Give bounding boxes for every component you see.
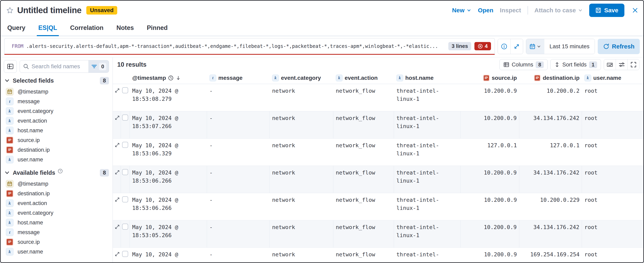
field-type-icon: t (6, 98, 14, 105)
inspect-button[interactable]: Inspect (500, 7, 521, 14)
field-type-icon: IP (6, 190, 14, 197)
row-checkbox[interactable] (122, 169, 128, 175)
tab-query[interactable]: Query (6, 20, 27, 36)
attach-to-case-button[interactable]: Attach to case (534, 7, 583, 14)
column-header-destination-ip[interactable]: IP destination.ip (519, 72, 582, 84)
save-button[interactable]: Save (589, 4, 624, 17)
close-icon[interactable] (632, 7, 638, 14)
cell-event-action: network_flow (333, 139, 394, 166)
sort-fields-button[interactable]: Sort fields 1 (550, 59, 601, 70)
cell-message: - (207, 139, 270, 166)
field-list-item[interactable]: IP destination.ip (4, 189, 109, 198)
column-header-event-category[interactable]: k event.category (270, 72, 333, 84)
column-header-timestamp[interactable]: @timestamp (130, 72, 207, 84)
chevron-down-icon (466, 8, 472, 13)
field-list-item[interactable]: k event.action (4, 198, 109, 208)
fullscreen-button[interactable] (628, 59, 639, 70)
field-list-item[interactable]: IP source.ip (4, 135, 109, 145)
expand-event-button[interactable] (114, 224, 120, 230)
clock-icon (168, 75, 174, 81)
field-list-item[interactable]: IP source.ip (4, 237, 109, 247)
tab-notes[interactable]: Notes (115, 20, 136, 36)
field-list-item[interactable]: k user.name (4, 155, 109, 164)
field-filter-button[interactable]: 0 (88, 60, 109, 72)
open-button-label: Open (478, 7, 494, 14)
fields-sidebar: 0 Selected fields 8 @timestamp t message… (0, 57, 113, 263)
filter-count-badge: 0 (99, 63, 106, 70)
column-header-event-action[interactable]: k event.action (333, 72, 394, 84)
query-info-button[interactable] (498, 39, 510, 54)
display-options-button[interactable] (616, 59, 628, 70)
attach-to-case-label: Attach to case (534, 7, 576, 14)
expand-event-button[interactable] (114, 142, 120, 148)
field-list-item[interactable]: k event.category (4, 208, 109, 218)
unsaved-badge: Unsaved (86, 6, 117, 14)
row-checkbox[interactable] (122, 115, 128, 121)
keyword-type-icon: k (336, 74, 342, 81)
field-list-item[interactable]: k host.name (4, 126, 109, 135)
field-list-item[interactable]: k user.name (4, 247, 109, 257)
row-checkbox[interactable] (122, 224, 128, 230)
new-button[interactable]: New (452, 7, 472, 14)
field-list-item[interactable]: k event.action (4, 116, 109, 126)
error-count-badge[interactable]: 4 (474, 42, 491, 50)
query-expand-button[interactable] (510, 39, 523, 54)
tab-correlation[interactable]: Correlation (68, 20, 105, 36)
cell-source-ip: 10.200.0.9 (461, 166, 519, 193)
open-button[interactable]: Open (478, 7, 494, 14)
chevron-down-icon (578, 8, 583, 13)
field-list-item[interactable]: t message (4, 97, 109, 106)
row-checkbox[interactable] (122, 196, 128, 202)
field-type-icon (6, 88, 14, 96)
selected-fields-header[interactable]: Selected fields 8 (4, 76, 109, 85)
keyboard-shortcuts-button[interactable] (604, 59, 616, 70)
column-label: host.name (405, 75, 434, 81)
column-header-host-name[interactable]: k host.name (394, 72, 461, 84)
ip-type-icon: IP (534, 74, 541, 81)
field-list-item[interactable]: k host.name (4, 218, 109, 228)
text-type-icon: t (210, 74, 216, 81)
field-type-icon: k (6, 107, 14, 115)
field-name: source.ip (18, 239, 40, 245)
expand-diagonal-icon (114, 251, 120, 257)
field-list-item[interactable]: IP destination.ip (4, 145, 109, 155)
refresh-button[interactable]: Refresh (598, 39, 640, 54)
cell-event-action: network_flow (333, 248, 394, 263)
expand-event-button[interactable] (114, 251, 120, 257)
esql-query-editor[interactable]: FROM .alerts-security.alerts-default,apm… (4, 38, 495, 55)
sort-desc-arrow-icon (176, 75, 181, 81)
column-header-source-ip[interactable]: IP source.ip (461, 72, 519, 84)
collapse-sidebar-button[interactable] (4, 60, 17, 73)
field-list-item[interactable]: @timestamp (4, 179, 109, 189)
date-picker-menu-button[interactable] (526, 39, 544, 54)
columns-button[interactable]: Columns 8 (500, 59, 548, 70)
results-panel: 10 results Columns 8 Sort fields 1 (113, 57, 644, 263)
column-header-message[interactable]: t message (207, 72, 270, 84)
favorite-star-icon[interactable] (6, 7, 14, 14)
row-checkbox[interactable] (122, 142, 128, 148)
tab-esql[interactable]: ES|QL (37, 20, 59, 36)
field-name: event.action (18, 200, 47, 207)
field-list-item[interactable]: k event.category (4, 106, 109, 116)
selected-fields-count: 8 (100, 77, 109, 84)
search-field-names-input[interactable] (20, 60, 88, 72)
field-name: event.category (18, 108, 53, 114)
cell-timestamp: May 10, 2024 @ 18:53:05.266 (130, 220, 207, 248)
expand-event-button[interactable] (114, 170, 120, 175)
expand-diagonal-icon (114, 115, 120, 121)
field-list-item[interactable]: @timestamp (4, 87, 109, 97)
expand-event-button[interactable] (114, 88, 120, 93)
column-header-user-name[interactable]: k user.name (582, 72, 644, 84)
expand-event-button[interactable] (114, 197, 120, 202)
available-fields-header[interactable]: Available fields ? 8 (4, 168, 109, 177)
tab-pinned[interactable]: Pinned (145, 20, 169, 36)
time-range-value[interactable]: Last 15 minutes (544, 39, 595, 54)
expand-event-button[interactable] (114, 115, 120, 121)
esql-query-text: .alerts-security.alerts-default,apm-*-tr… (26, 43, 446, 49)
header-divider (528, 6, 528, 14)
cell-host-name: threat-intel-linux-1 (394, 111, 461, 138)
row-checkbox[interactable] (122, 251, 128, 257)
cell-host-name: threat-intel-linux-1 (394, 139, 461, 166)
field-list-item[interactable]: t message (4, 228, 109, 237)
row-checkbox[interactable] (122, 87, 128, 93)
